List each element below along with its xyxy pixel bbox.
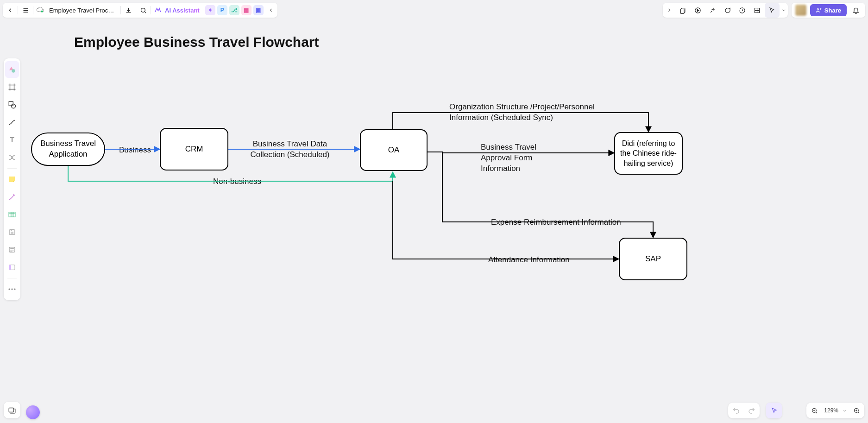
node-crm[interactable]: CRM <box>160 128 228 170</box>
topbar-right-tools <box>663 3 788 18</box>
topbar-right-user: Share <box>792 3 865 18</box>
frame-tool-button[interactable] <box>5 79 19 95</box>
search-button[interactable] <box>136 3 151 18</box>
list-tool-button[interactable] <box>5 241 19 258</box>
sticky-note-button[interactable] <box>5 171 19 188</box>
edge-label-business: Business <box>117 145 153 156</box>
topbar-left: Employee Travel Process... AI Assistant … <box>3 3 277 18</box>
text-tool-button[interactable] <box>5 132 19 148</box>
zoom-group: 129% <box>806 403 864 418</box>
edges-layer <box>0 0 868 423</box>
zoom-level-label[interactable]: 129% <box>822 407 840 414</box>
edge-label-attendance: Attendance Information <box>486 255 572 265</box>
node-didi[interactable]: Didi (referring to the Chinese ride-hail… <box>614 132 683 175</box>
edge-label-nonbusiness: Non-business <box>211 177 263 187</box>
pointer-mode-button[interactable] <box>766 403 782 418</box>
svg-rect-44 <box>9 408 14 412</box>
zoom-in-button[interactable] <box>849 403 864 418</box>
svg-point-6 <box>141 8 145 12</box>
share-button[interactable]: Share <box>810 4 847 16</box>
tool-dropdown-toggle[interactable] <box>780 8 788 13</box>
expand-right-button[interactable] <box>663 3 676 18</box>
edge-label-approval: Business Travel Approval Form Informatio… <box>479 142 567 174</box>
svg-rect-35 <box>9 247 15 253</box>
diagram-title: Employee Business Travel Flowchart <box>74 34 319 50</box>
ai-badge-5[interactable]: ▣ <box>253 5 264 15</box>
svg-rect-9 <box>681 9 685 13</box>
document-title[interactable]: Employee Travel Process... <box>46 7 120 14</box>
play-icon[interactable] <box>691 3 705 18</box>
svg-point-15 <box>817 8 818 10</box>
svg-rect-40 <box>9 265 11 270</box>
node-start[interactable]: Business Travel Application <box>31 133 105 166</box>
shape-tool-button[interactable] <box>5 96 19 113</box>
canvas[interactable] <box>0 0 868 423</box>
edge-label-collect: Business Travel Data Collection (Schedul… <box>248 139 332 160</box>
share-label: Share <box>824 7 841 14</box>
svg-rect-23 <box>9 101 13 106</box>
sparkle-icon[interactable] <box>705 3 720 18</box>
collapse-left-button[interactable] <box>264 3 277 18</box>
left-toolbar <box>4 58 20 300</box>
panel-tool-button[interactable] <box>5 259 19 276</box>
svg-point-18 <box>12 69 15 73</box>
shapes-library-button[interactable] <box>5 61 19 78</box>
ai-assistant-button[interactable]: AI Assistant <box>164 7 204 14</box>
svg-point-42 <box>11 288 13 290</box>
undo-button[interactable] <box>728 403 744 418</box>
user-avatar[interactable] <box>795 5 806 16</box>
undo-redo-group <box>728 403 760 418</box>
cursor-tool-button[interactable] <box>765 3 780 18</box>
download-button[interactable] <box>121 3 136 18</box>
text-card-button[interactable] <box>5 224 19 240</box>
ai-badge-4[interactable]: ▦ <box>241 5 252 15</box>
comment-icon[interactable] <box>720 3 735 18</box>
node-sap[interactable]: SAP <box>619 238 687 280</box>
svg-rect-27 <box>9 212 15 217</box>
svg-line-7 <box>145 12 146 13</box>
svg-point-43 <box>14 288 15 290</box>
connector-tool-button[interactable] <box>5 114 19 131</box>
zoom-out-button[interactable] <box>806 403 822 418</box>
history-icon[interactable] <box>735 3 750 18</box>
back-button[interactable] <box>3 3 18 18</box>
shuffle-tool-button[interactable] <box>5 149 19 166</box>
zoom-dropdown-toggle[interactable] <box>840 409 849 413</box>
ai-floating-button[interactable] <box>26 405 40 419</box>
layers-panel-button[interactable] <box>4 402 20 418</box>
clipboard-icon[interactable] <box>676 3 691 18</box>
ai-logo-icon <box>151 3 164 18</box>
ai-badge-3[interactable]: ⎇ <box>229 5 239 15</box>
ai-badge-1[interactable]: ✦ <box>205 5 215 15</box>
svg-marker-11 <box>698 9 699 12</box>
pointer-mode-group <box>766 403 782 418</box>
ai-badge-2[interactable]: P <box>217 5 227 15</box>
more-tools-button[interactable] <box>5 281 19 297</box>
grid-icon[interactable] <box>750 3 765 18</box>
node-oa[interactable]: OA <box>360 129 428 171</box>
pen-tool-button[interactable] <box>5 189 19 205</box>
svg-point-5 <box>41 11 43 13</box>
sync-status-icon <box>33 3 46 18</box>
table-tool-button[interactable] <box>5 206 19 223</box>
svg-line-46 <box>816 412 817 413</box>
svg-point-41 <box>8 288 10 290</box>
edge-label-org: Organization Structure /Project/Personne… <box>447 102 614 123</box>
redo-button[interactable] <box>744 403 760 418</box>
edge-label-expense: Expense Reimbursement Information <box>489 217 623 228</box>
share-icon <box>816 7 822 13</box>
menu-button[interactable] <box>18 3 33 18</box>
svg-point-24 <box>12 104 16 108</box>
svg-line-49 <box>858 412 859 413</box>
notifications-button[interactable] <box>849 3 863 18</box>
